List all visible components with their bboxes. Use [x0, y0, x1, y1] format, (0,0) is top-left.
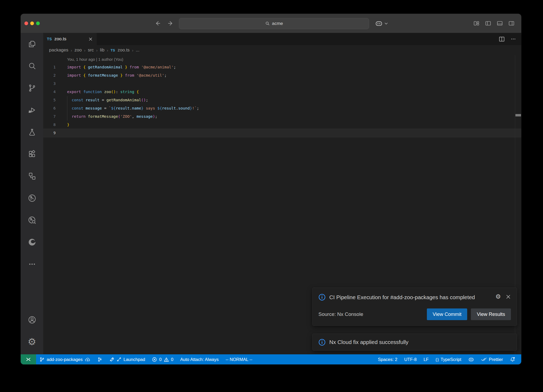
breadcrumb-zoo[interactable]: zoo [75, 47, 82, 53]
copilot-icon[interactable] [375, 19, 383, 27]
breadcrumb-src[interactable]: src [88, 47, 94, 53]
microsoft-edge-icon[interactable] [21, 231, 43, 253]
code-line-4[interactable]: 4export function zoo(): string { [43, 88, 521, 96]
notification-nx-cloud-fix: Nx Cloud fix applied successfully [312, 334, 517, 351]
eol-status[interactable]: LF [420, 354, 432, 364]
code-line-7[interactable]: 7 return formatMessage('ZOO', message); [43, 112, 521, 121]
notification-settings-gear-icon[interactable]: ⚙ [495, 294, 501, 300]
notification-message: Nx Cloud fix applied successfully [329, 339, 409, 345]
language-mode-status[interactable]: { } TypeScript [432, 354, 465, 364]
double-check-icon [481, 357, 487, 361]
code-line-3[interactable]: 3 [43, 80, 521, 88]
remote-indicator[interactable] [21, 354, 36, 364]
notifications-bell[interactable] [506, 354, 519, 364]
code-line-5[interactable]: 5 const result = getRandomAnimal(); [43, 96, 521, 104]
window-controls [24, 14, 40, 33]
formatter-status[interactable]: Prettier [478, 354, 506, 364]
git-branch-status[interactable]: add-zoo-packages [36, 354, 94, 364]
code-text: import { formatMessage } from '@acme/uti… [67, 71, 167, 80]
back-icon[interactable] [155, 20, 161, 27]
line-number: 8 [43, 121, 56, 129]
branch-name: add-zoo-packages [47, 357, 83, 362]
close-tab-icon[interactable] [89, 37, 93, 41]
git-graph-status[interactable] [94, 354, 106, 364]
warning-count: 0 [171, 357, 173, 362]
accounts-icon[interactable] [21, 309, 43, 331]
code-line-2[interactable]: 2import { formatMessage } from '@acme/ut… [43, 71, 521, 80]
git-blame-annotation[interactable]: You, 1 hour ago | 1 author (You) [67, 55, 521, 63]
search-value: acme [272, 21, 283, 26]
breadcrumb-symbol[interactable]: ... [136, 47, 139, 53]
code-line-1[interactable]: 1import { getRandomAnimal } from '@acme/… [43, 63, 521, 71]
copilot-status[interactable] [465, 354, 478, 364]
zoom-window-button[interactable] [36, 21, 40, 25]
git-graph-icon [97, 357, 102, 362]
notification-source: Source: Nx Console [318, 311, 363, 317]
overview-ruler-mark [515, 114, 521, 116]
split-editor-icon[interactable] [499, 36, 505, 42]
code-line-9[interactable]: 9 [43, 129, 521, 137]
typescript-file-icon: TS [111, 48, 115, 52]
bell-icon [510, 357, 515, 362]
encoding-status[interactable]: UTF-8 [401, 354, 420, 364]
source-control-icon[interactable] [21, 77, 43, 99]
indent-guide [67, 96, 67, 121]
search-view-icon[interactable] [21, 55, 43, 77]
error-count: 0 [159, 357, 161, 362]
toggle-panel-icon[interactable] [496, 20, 503, 27]
toggle-secondary-sidebar-icon[interactable] [508, 20, 515, 27]
settings-gear-icon[interactable]: ⚙ [21, 331, 43, 353]
nx-cloud-icon[interactable] [21, 209, 43, 231]
explorer-icon[interactable] [21, 33, 43, 55]
code-line-8[interactable]: 8} [43, 121, 521, 129]
git-branch-icon [40, 357, 45, 362]
view-results-button[interactable]: View Results [471, 308, 511, 320]
remote-explorer-icon[interactable] [21, 165, 43, 187]
breadcrumb-packages[interactable]: packages [49, 47, 68, 53]
line-number: 2 [43, 71, 56, 80]
warning-icon [164, 357, 169, 362]
tab-zoo-ts[interactable]: TS zoo.ts [43, 33, 97, 45]
breadcrumb-separator: › [84, 48, 85, 53]
rocket-icon [109, 357, 115, 362]
command-center-search[interactable]: acme [179, 18, 369, 29]
activity-bar: ⚙ [21, 33, 43, 354]
breadcrumb-lib[interactable]: lib [100, 47, 104, 53]
minimize-window-button[interactable] [30, 21, 34, 25]
close-window-button[interactable] [24, 21, 28, 25]
notification-close-icon[interactable] [506, 294, 511, 299]
code-text: return formatMessage('ZOO', message); [67, 112, 157, 121]
indentation-status[interactable]: Spaces: 2 [374, 354, 401, 364]
run-and-debug-icon[interactable] [21, 99, 43, 121]
vscode-window: acme [21, 14, 521, 364]
customize-layout-icon[interactable] [473, 20, 480, 27]
nx-console-icon[interactable] [21, 187, 43, 209]
code-line-6[interactable]: 6 const message = `${result.name} says $… [43, 104, 521, 112]
chevron-down-icon[interactable] [384, 22, 388, 25]
problems-status[interactable]: 0 0 [148, 354, 177, 364]
more-actions-icon[interactable] [511, 36, 516, 42]
status-bar: add-zoo-packages [21, 354, 521, 364]
search-icon [265, 21, 270, 26]
launchpad-status[interactable]: Launchpad [106, 354, 149, 364]
code-lines: 1import { getRandomAnimal } from '@acme/… [43, 63, 521, 137]
toggle-primary-sidebar-icon[interactable] [485, 20, 492, 27]
notification-message: CI Pipeline Execution for #add-zoo-packa… [329, 293, 492, 302]
title-bar: acme [21, 14, 521, 33]
breadcrumb-file[interactable]: zoo.ts [118, 47, 130, 53]
testing-icon[interactable] [21, 121, 43, 143]
extensions-icon[interactable] [21, 143, 43, 165]
forward-icon[interactable] [167, 20, 174, 27]
more-views-icon[interactable] [21, 253, 43, 275]
code-text: const message = `${result.name} says ${r… [67, 104, 199, 112]
view-commit-button[interactable]: View Commit [427, 308, 467, 320]
breadcrumb-separator: › [107, 48, 108, 53]
error-icon [152, 357, 157, 362]
tab-label: zoo.ts [54, 36, 66, 42]
vim-mode-status[interactable]: -- NORMAL -- [222, 354, 256, 364]
line-number: 1 [43, 63, 56, 71]
auto-attach-status[interactable]: Auto Attach: Always [177, 354, 222, 364]
breadcrumb-separator: › [96, 48, 98, 53]
cloud-upload-icon [85, 357, 90, 362]
typescript-file-icon: TS [47, 37, 52, 41]
